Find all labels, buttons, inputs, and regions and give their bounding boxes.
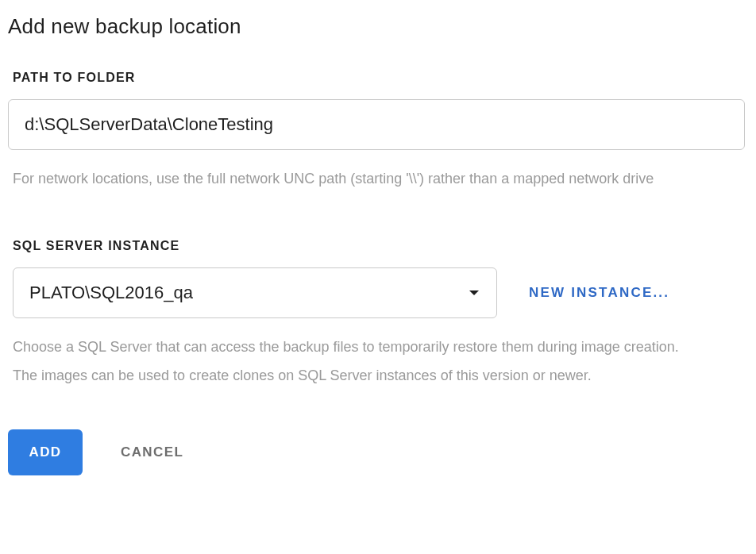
instance-helper-line1: Choose a SQL Server that can access the … [13, 339, 679, 355]
instance-select[interactable]: PLATO\SQL2016_qa [13, 267, 497, 318]
instance-helper-text: Choose a SQL Server that can access the … [13, 333, 724, 390]
add-button[interactable]: ADD [8, 429, 83, 475]
instance-helper-line2: The images can be used to create clones … [13, 367, 592, 383]
dialog-container: Add new backup location PATH TO FOLDER F… [8, 14, 748, 475]
path-input[interactable] [8, 99, 745, 150]
new-instance-button[interactable]: NEW INSTANCE... [529, 285, 669, 301]
path-helper-text: For network locations, use the full netw… [13, 164, 724, 193]
instance-row: PLATO\SQL2016_qa NEW INSTANCE... [13, 267, 748, 318]
cancel-button[interactable]: CANCEL [121, 444, 183, 460]
path-label: PATH TO FOLDER [13, 71, 748, 85]
dialog-title: Add new backup location [8, 14, 748, 39]
button-row: ADD CANCEL [8, 429, 748, 475]
instance-label: SQL SERVER INSTANCE [13, 239, 748, 253]
instance-select-wrap: PLATO\SQL2016_qa [13, 267, 497, 318]
